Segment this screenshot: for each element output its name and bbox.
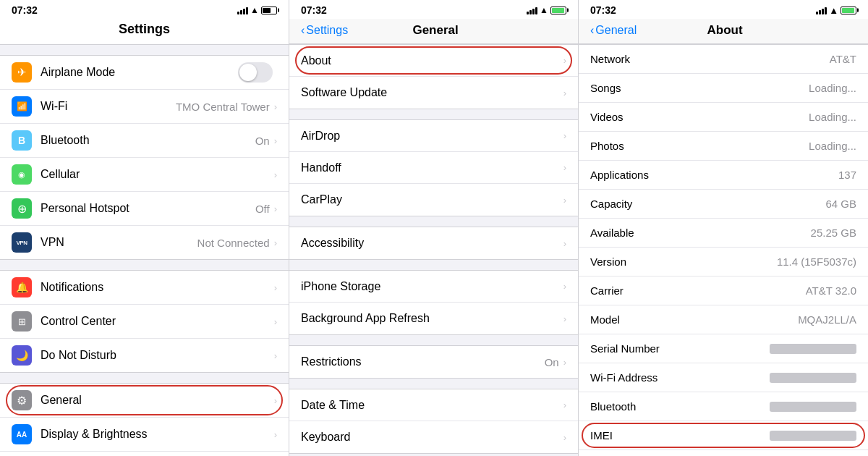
about-panel: 07:32 ▲ ‹ General About Network AT&T [579,0,868,456]
settings-item-hotspot[interactable]: ⊕ Personal Hotspot Off › [0,192,289,226]
settings-item-airplane[interactable]: ✈ Airplane Mode [0,56,289,90]
version-value: 11.4 (15F5037c) [777,256,856,268]
about-battery-fill [842,8,854,13]
handoff-label: Handoff [301,161,563,174]
general-signal-icon [527,7,537,14]
restrictions-value: On [545,356,559,368]
keyboard-chevron: › [563,432,566,443]
about-back-button[interactable]: ‹ General [590,24,637,37]
general-icon: ⚙ [12,390,32,410]
general-item-about[interactable]: About › [289,45,578,77]
wifi-settings-icon: 📶 [12,96,32,117]
model-value: MQAJ2LL/A [798,313,856,326]
settings-item-vpn[interactable]: VPN VPN Not Connected › [0,226,289,259]
wifi-icon: ▲ [250,5,259,15]
general-item-accessibility[interactable]: Accessibility › [289,227,578,259]
vpn-icon: VPN [12,232,32,253]
hotspot-icon: ⊕ [12,198,32,219]
airdrop-chevron: › [563,130,566,141]
backgroundapprefresh-chevron: › [563,313,566,324]
about-row-videos: Videos Loading... [579,103,868,132]
general-item-datetime[interactable]: Date & Time › [289,389,578,421]
about-row-version: Version 11.4 (15F5037c) [579,248,868,276]
settings-list: ✈ Airplane Mode 📶 Wi-Fi TMO Central Towe… [0,45,289,456]
about-row-bluetooth: Bluetooth [579,392,868,421]
settings-item-wifi[interactable]: 📶 Wi-Fi TMO Central Tower › [0,90,289,124]
general-item-carplay[interactable]: CarPlay › [289,184,578,216]
songs-value: Loading... [809,82,856,94]
display-chevron: › [274,429,277,440]
general-group-restrictions: Restrictions On › [289,345,578,379]
cellular-label: Cellular [41,168,274,181]
iphonestorage-label: iPhone Storage [301,280,563,293]
general-label: General [41,394,274,407]
restrictions-label: Restrictions [301,355,545,368]
softwareupdate-chevron: › [563,88,566,98]
accessibility-label: Accessibility [301,237,563,250]
general-battery-fill [552,8,564,13]
settings-title: Settings [0,19,289,45]
settings-item-donotdisturb[interactable]: 🌙 Do Not Disturb › [0,339,289,372]
datetime-chevron: › [563,400,566,410]
airplane-icon: ✈ [12,62,32,83]
display-label: Display & Brightness [41,428,274,441]
cellular-icon: ◉ [12,164,32,185]
capacity-label: Capacity [590,198,632,210]
settings-item-controlcenter[interactable]: ⊞ Control Center › [0,305,289,339]
cellular-chevron: › [274,169,277,180]
settings-item-notifications[interactable]: 🔔 Notifications › [0,271,289,305]
hotspot-label: Personal Hotspot [41,202,255,215]
airplane-toggle[interactable] [238,62,273,83]
settings-item-cellular[interactable]: ◉ Cellular › [0,158,289,192]
signal-bars-icon [237,7,248,14]
iphonestorage-chevron: › [563,281,566,292]
settings-item-general[interactable]: ⚙ General › [0,384,289,418]
bluetooth-chevron: › [274,135,277,146]
controlcenter-icon: ⊞ [12,311,32,332]
general-item-iphonestorage[interactable]: iPhone Storage › [289,271,578,303]
general-item-handoff[interactable]: Handoff › [289,152,578,184]
settings-status-bar: 07:32 ▲ [0,0,289,19]
display-icon: AA [12,424,32,444]
videos-value: Loading... [809,111,856,123]
general-nav-title: General [348,23,523,38]
about-row-capacity: Capacity 64 GB [579,190,868,219]
softwareupdate-label: Software Update [301,86,563,99]
settings-time: 07:32 [12,4,38,16]
general-item-restrictions[interactable]: Restrictions On › [289,346,578,378]
applications-value: 137 [838,169,856,181]
settings-item-bluetooth[interactable]: B Bluetooth On › [0,124,289,158]
general-battery-icon [550,7,566,14]
bluetooth-label: Bluetooth [41,134,255,147]
general-item-keyboard[interactable]: Keyboard › [289,421,578,453]
general-status-icons: ▲ [527,5,566,15]
general-group-datetime: Date & Time › Keyboard › [289,389,578,454]
carplay-chevron: › [563,195,566,206]
about-nav-bar: ‹ General About [579,19,868,44]
network-label: Network [590,53,630,65]
general-panel: 07:32 ▲ ‹ Settings General About › [289,0,579,456]
about-back-chevron-icon: ‹ [590,24,594,37]
settings-item-wallpaper[interactable]: 🖼 Wallpaper › [0,452,289,456]
keyboard-label: Keyboard [301,431,563,444]
about-group-main: Network AT&T Songs Loading... Videos Loa… [579,44,868,456]
general-item-backgroundapprefresh[interactable]: Background App Refresh › [289,303,578,334]
applications-label: Applications [590,169,649,181]
general-list: About › Software Update › AirDrop › Hand… [289,44,578,456]
songs-label: Songs [590,82,621,94]
general-item-softwareupdate[interactable]: Software Update › [289,77,578,109]
hotspot-chevron: › [274,203,277,214]
signal-bar-4 [246,7,248,14]
wifi-chevron: › [274,101,277,112]
about-battery-icon [841,7,856,14]
wifiaddress-value [770,373,856,383]
airdrop-label: AirDrop [301,130,563,143]
notifications-icon: 🔔 [12,277,32,297]
airplane-label: Airplane Mode [41,66,238,79]
general-item-airdrop[interactable]: AirDrop › [289,120,578,152]
general-back-button[interactable]: ‹ Settings [301,24,348,37]
general-group-storage: iPhone Storage › Background App Refresh … [289,270,578,335]
serialnumber-label: Serial Number [590,342,660,355]
general-group-airdrop: AirDrop › Handoff › CarPlay › [289,119,578,216]
settings-item-display[interactable]: AA Display & Brightness › [0,418,289,452]
